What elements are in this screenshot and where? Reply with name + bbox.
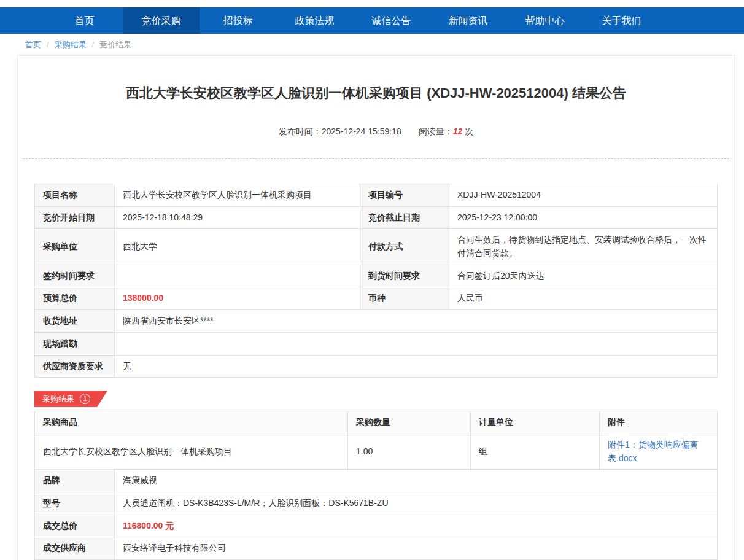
table-row: 型号 人员通道闸机：DS-K3B423S-L/M/R；人脸识别面板：DS-K56…: [35, 492, 718, 515]
nav-item-news[interactable]: 新闻资讯: [430, 7, 506, 34]
deal-details-table: 品牌 海康威视 型号 人员通道闸机：DS-K3B423S-L/M/R；人脸识别面…: [34, 469, 718, 560]
announcement-meta: 发布时间：2025-12-24 15:59:18阅读量：12 次: [34, 126, 718, 138]
delivery-address-value: 陕西省西安市长安区****: [115, 310, 718, 333]
unit-column-header: 计量单位: [471, 411, 600, 434]
views-unit: 次: [465, 126, 473, 136]
breadcrumb-current: 竞价结果: [99, 39, 131, 50]
nav-item-help-center[interactable]: 帮助中心: [506, 7, 583, 34]
purchaser-label: 采购单位: [35, 229, 115, 265]
winning-supplier-label: 成交供应商: [35, 537, 115, 560]
table-row: 预算总价 138000.00 币种 人民币: [35, 287, 718, 310]
table-row: 收货地址 陕西省西安市长安区****: [35, 310, 718, 333]
budget-total-value: 138000.00: [115, 287, 360, 310]
breadcrumb-section-link[interactable]: 采购结果: [55, 39, 87, 50]
table-row: 项目名称 西北大学长安校区教学区人脸识别一体机采购项目 项目编号 XDJJ-HW…: [35, 184, 718, 207]
model-label: 型号: [35, 492, 115, 515]
main-nav: 首页 竞价采购 招投标 政策法规 诚信公告 新闻资讯 帮助中心 关于我们: [0, 7, 744, 34]
delivery-address-label: 收货地址: [35, 310, 115, 333]
project-info-table: 项目名称 西北大学长安校区教学区人脸识别一体机采购项目 项目编号 XDJJ-HW…: [34, 184, 718, 378]
table-header-row: 采购商品 采购数量 计量单位 附件: [35, 411, 718, 434]
site-survey-value: [115, 332, 718, 355]
page-title: 西北大学长安校区教学区人脸识别一体机采购项目 (XDJJ-HW-20251200…: [34, 84, 718, 103]
brand-value: 海康威视: [115, 470, 718, 492]
budget-total-label: 预算总价: [35, 287, 115, 310]
table-row: 供应商资质要求 无: [35, 355, 718, 378]
attachment-download-link[interactable]: 附件1：货物类响应偏离表.docx: [608, 440, 699, 463]
nav-item-tendering[interactable]: 招投标: [200, 7, 276, 34]
bid-deadline-label: 竞价截止日期: [360, 206, 449, 229]
views-label: 阅读量：: [419, 126, 453, 136]
deal-total-price-value: 116800.00 元: [115, 515, 718, 537]
views-count: 12: [453, 126, 463, 136]
deal-total-price-label: 成交总价: [35, 515, 115, 537]
table-row: 成交供应商 西安络译电子科技有限公司: [35, 537, 718, 560]
attachment-column-header: 附件: [600, 411, 718, 434]
nav-item-policies[interactable]: 政策法规: [276, 7, 353, 34]
model-value: 人员通道闸机：DS-K3B423S-L/M/R；人脸识别面板：DS-K5671B…: [115, 492, 718, 515]
supplier-qualification-label: 供应商资质要求: [35, 355, 115, 378]
product-column-header: 采购商品: [35, 411, 348, 434]
currency-label: 币种: [360, 287, 449, 310]
publish-time-label: 发布时间：: [279, 126, 322, 136]
currency-value: 人民币: [449, 287, 718, 310]
procurement-result-badge-count: 1: [80, 394, 90, 404]
signing-time-value: [115, 265, 360, 287]
bid-start-label: 竞价开始日期: [35, 206, 115, 229]
table-row: 成交总价 116800.00 元: [35, 515, 718, 537]
quantity-column-header: 采购数量: [348, 411, 471, 434]
nav-item-home[interactable]: 首页: [46, 7, 123, 34]
procurement-result-badge-label: 采购结果: [42, 394, 74, 405]
dashed-divider: [23, 158, 729, 159]
project-number-value: XDJJ-HW-202512004: [449, 184, 718, 207]
product-name-cell: 西北大学长安校区教学区人脸识别一体机采购项目: [35, 434, 348, 469]
table-row: 西北大学长安校区教学区人脸识别一体机采购项目 1.00 组 附件1：货物类响应偏…: [35, 434, 718, 469]
table-row: 采购单位 西北大学 付款方式 合同生效后，待货物到达指定地点、安装调试验收合格后…: [35, 229, 718, 265]
delivery-time-label: 到货时间要求: [360, 265, 449, 287]
project-name-label: 项目名称: [35, 184, 115, 207]
project-number-label: 项目编号: [360, 184, 449, 207]
top-spacer: [0, 0, 744, 7]
table-row: 品牌 海康威视: [35, 470, 718, 492]
table-row: 现场踏勘: [35, 332, 718, 355]
table-row: 签约时间要求 到货时间要求 合同签订后20天内送达: [35, 265, 718, 287]
attachment-cell: 附件1：货物类响应偏离表.docx: [600, 434, 718, 469]
breadcrumb-separator: /: [47, 40, 49, 49]
delivery-time-value: 合同签订后20天内送达: [449, 265, 718, 287]
supplier-qualification-value: 无: [115, 355, 718, 378]
nav-item-about-us[interactable]: 关于我们: [583, 7, 660, 34]
signing-time-label: 签约时间要求: [35, 265, 115, 287]
site-survey-label: 现场踏勘: [35, 332, 115, 355]
winning-supplier-value: 西安络译电子科技有限公司: [115, 537, 718, 560]
table-row: 竞价开始日期 2025-12-18 10:48:29 竞价截止日期 2025-1…: [35, 206, 718, 229]
nav-item-integrity-notice[interactable]: 诚信公告: [353, 7, 430, 34]
nav-item-bidding-procurement[interactable]: 竞价采购: [123, 7, 200, 34]
breadcrumb-separator: /: [92, 40, 95, 49]
announcement-card: 西北大学长安校区教学区人脸识别一体机采购项目 (XDJJ-HW-20251200…: [17, 55, 735, 560]
brand-label: 品牌: [35, 470, 115, 492]
publish-time-value: 2025-12-24 15:59:18: [322, 126, 401, 136]
payment-method-value: 合同生效后，待货物到达指定地点、安装调试验收合格后，一次性付清合同货款。: [449, 229, 718, 265]
breadcrumb-home-link[interactable]: 首页: [25, 39, 41, 50]
unit-cell: 组: [471, 434, 600, 469]
purchaser-value: 西北大学: [115, 229, 360, 265]
procurement-result-badge: 采购结果 1: [34, 391, 107, 407]
payment-method-label: 付款方式: [360, 229, 449, 265]
breadcrumb: 首页 / 采购结果 / 竞价结果: [0, 34, 744, 55]
bid-deadline-value: 2025-12-23 12:00:00: [449, 206, 718, 229]
bid-start-value: 2025-12-18 10:48:29: [115, 206, 360, 229]
project-name-value: 西北大学长安校区教学区人脸识别一体机采购项目: [115, 184, 360, 207]
quantity-cell: 1.00: [348, 434, 471, 469]
procurement-result-table: 采购商品 采购数量 计量单位 附件 西北大学长安校区教学区人脸识别一体机采购项目…: [34, 411, 718, 470]
